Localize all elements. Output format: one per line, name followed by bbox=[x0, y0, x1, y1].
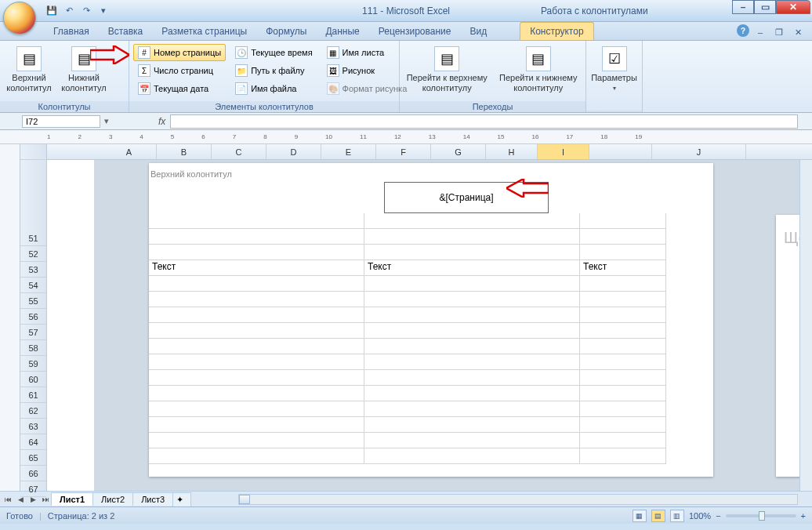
row-header[interactable]: 67 bbox=[20, 481, 46, 497]
select-all-corner[interactable] bbox=[20, 144, 46, 160]
qat-dropdown-icon[interactable]: ▾ bbox=[96, 3, 111, 19]
col-header[interactable]: G bbox=[431, 144, 486, 159]
col-header[interactable]: A bbox=[102, 144, 157, 159]
cell[interactable]: Текст bbox=[149, 260, 364, 276]
col-header[interactable]: J bbox=[652, 144, 746, 159]
row-header[interactable]: 54 bbox=[20, 278, 46, 293]
row-header[interactable]: 56 bbox=[20, 309, 46, 325]
tab-design-context[interactable]: Конструктор bbox=[520, 22, 593, 40]
tab-home[interactable]: Главная bbox=[44, 23, 99, 40]
path-icon: 📁 bbox=[235, 64, 248, 77]
cell-grid[interactable]: Текст Текст Текст bbox=[149, 213, 666, 464]
goto-header-button: ▤ Перейти к верхнему колонтитулу bbox=[402, 43, 492, 99]
maximize-button[interactable]: ▭ bbox=[754, 0, 776, 14]
col-header[interactable]: F bbox=[376, 144, 431, 159]
header-left-section[interactable] bbox=[149, 182, 314, 213]
office-button[interactable] bbox=[3, 2, 36, 34]
tab-data[interactable]: Данные bbox=[316, 23, 368, 40]
page-number-icon: # bbox=[138, 46, 150, 59]
doc-restore-icon[interactable]: ❐ bbox=[771, 24, 787, 40]
view-page-break-icon[interactable]: ▥ bbox=[670, 510, 684, 522]
row-header[interactable]: 52 bbox=[20, 246, 46, 262]
view-normal-icon[interactable]: ▦ bbox=[633, 510, 647, 522]
file-name-button[interactable]: 📄Имя файла bbox=[230, 80, 317, 97]
col-header-selected[interactable]: I bbox=[538, 144, 589, 159]
row-header[interactable]: 55 bbox=[20, 293, 46, 309]
goto-footer-icon: ▤ bbox=[526, 46, 551, 71]
quick-access-toolbar: 💾 ↶ ↷ ▾ bbox=[44, 3, 111, 19]
close-button[interactable]: ✕ bbox=[776, 0, 810, 14]
help-icon[interactable]: ? bbox=[737, 24, 749, 37]
tab-view[interactable]: Вид bbox=[460, 23, 496, 40]
name-box-dropdown-icon[interactable]: ▾ bbox=[102, 116, 111, 126]
tab-nav-first-icon[interactable]: ⏮ bbox=[2, 493, 14, 506]
col-header[interactable]: H bbox=[486, 144, 538, 159]
page-count-button[interactable]: ΣЧисло страниц bbox=[133, 62, 226, 79]
title-bar: 💾 ↶ ↷ ▾ 111 - Microsoft Excel Работа с к… bbox=[0, 0, 812, 22]
zoom-slider[interactable] bbox=[726, 514, 796, 517]
sheet-tab[interactable]: Лист3 bbox=[132, 492, 173, 506]
row-header[interactable]: 63 bbox=[20, 419, 46, 434]
ribbon: ▤ Верхний колонтитул ▤ Нижний колонтитул… bbox=[0, 41, 812, 113]
zoom-out-icon[interactable]: − bbox=[716, 511, 720, 521]
horizontal-scrollbar[interactable] bbox=[238, 494, 798, 505]
sheet-icon: ▦ bbox=[327, 46, 339, 59]
picture-button[interactable]: 🖼Рисунок bbox=[322, 62, 412, 79]
col-header[interactable]: B bbox=[157, 144, 212, 159]
header-right-section[interactable] bbox=[549, 182, 713, 213]
format-picture-button: 🎨Формат рисунка bbox=[322, 80, 412, 97]
current-time-button[interactable]: 🕒Текущее время bbox=[230, 44, 317, 61]
tab-insert[interactable]: Вставка bbox=[99, 23, 153, 40]
doc-close-icon[interactable]: ✕ bbox=[790, 24, 806, 40]
row-header[interactable]: 53 bbox=[20, 262, 46, 278]
sheet-tab[interactable]: Лист2 bbox=[92, 492, 133, 506]
tab-page-layout[interactable]: Разметка страницы bbox=[152, 23, 256, 40]
tab-formulas[interactable]: Формулы bbox=[256, 23, 316, 40]
header-button[interactable]: ▤ Верхний колонтитул bbox=[2, 43, 56, 99]
file-path-button[interactable]: 📁Путь к файлу bbox=[230, 62, 317, 79]
doc-minimize-icon[interactable]: – bbox=[752, 24, 768, 40]
zoom-in-icon[interactable]: + bbox=[801, 511, 806, 521]
redo-icon[interactable]: ↷ bbox=[78, 3, 94, 19]
col-header[interactable]: C bbox=[212, 144, 266, 159]
undo-icon[interactable]: ↶ bbox=[61, 3, 77, 19]
row-header[interactable]: 61 bbox=[20, 387, 46, 403]
fx-icon[interactable]: fx bbox=[158, 116, 165, 127]
sheet-tab[interactable]: Лист1 bbox=[51, 492, 93, 506]
col-header[interactable]: E bbox=[321, 144, 376, 159]
worksheet-area: 51 52 53 54 55 56 57 58 59 60 61 62 63 6… bbox=[0, 144, 812, 491]
view-page-layout-icon[interactable]: ▤ bbox=[651, 510, 665, 522]
horizontal-ruler: 12345678910111213141516171819 bbox=[0, 130, 812, 144]
name-box[interactable]: I72 bbox=[22, 115, 100, 128]
save-icon[interactable]: 💾 bbox=[44, 3, 60, 19]
header-center-section[interactable]: &[Страница] bbox=[384, 182, 549, 213]
formula-bar: I72 ▾ fx bbox=[0, 113, 812, 130]
row-header[interactable]: 57 bbox=[20, 325, 46, 340]
tab-review[interactable]: Рецензирование bbox=[369, 23, 461, 40]
row-header[interactable]: 62 bbox=[20, 403, 46, 419]
goto-footer-button[interactable]: ▤ Перейти к нижнему колонтитулу bbox=[494, 43, 584, 99]
status-bar: Готово | Страница: 2 из 2 ▦ ▤ ▥ 100% − + bbox=[0, 506, 812, 524]
row-header[interactable]: 59 bbox=[20, 356, 46, 372]
window-title: 111 - Microsoft Excel bbox=[362, 5, 450, 16]
current-date-button[interactable]: 📅Текущая дата bbox=[133, 80, 226, 97]
cell[interactable]: Текст bbox=[364, 260, 580, 276]
col-header[interactable] bbox=[589, 144, 652, 159]
cell[interactable]: Текст bbox=[580, 260, 666, 276]
minimize-button[interactable]: – bbox=[732, 0, 754, 14]
new-sheet-tab[interactable]: ✦ bbox=[172, 492, 191, 506]
sheet-name-button[interactable]: ▦Имя листа bbox=[322, 44, 412, 61]
row-header[interactable]: 60 bbox=[20, 372, 46, 387]
col-header[interactable]: D bbox=[266, 144, 321, 159]
row-header[interactable]: 66 bbox=[20, 466, 46, 481]
vertical-scrollbar[interactable] bbox=[799, 160, 812, 491]
parameters-button[interactable]: ☑ Параметры ▾ bbox=[589, 43, 640, 108]
footer-button[interactable]: ▤ Нижний колонтитул bbox=[57, 43, 111, 99]
goto-header-icon: ▤ bbox=[434, 46, 459, 71]
row-header[interactable]: 58 bbox=[20, 340, 46, 356]
row-header[interactable]: 65 bbox=[20, 450, 46, 466]
formula-input[interactable] bbox=[170, 114, 798, 129]
row-header[interactable]: 51 bbox=[20, 231, 46, 246]
row-header[interactable]: 64 bbox=[20, 434, 46, 450]
page-number-button[interactable]: #Номер страницы bbox=[133, 44, 226, 61]
